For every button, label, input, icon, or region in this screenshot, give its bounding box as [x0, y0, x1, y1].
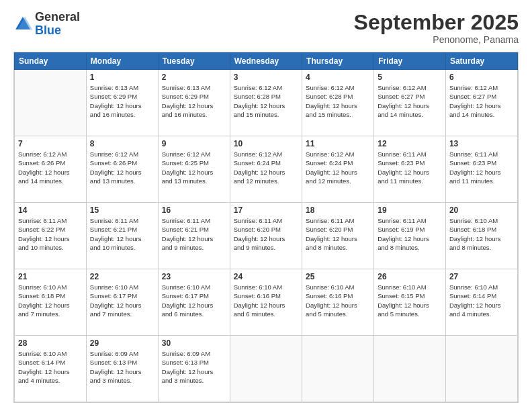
day-cell: 6Sunrise: 6:12 AMSunset: 6:27 PMDaylight…	[445, 70, 517, 136]
calendar-header: SundayMondayTuesdayWednesdayThursdayFrid…	[15, 53, 518, 70]
day-cell: 20Sunrise: 6:10 AMSunset: 6:18 PMDayligh…	[445, 203, 517, 269]
location: Penonome, Panama	[354, 34, 519, 45]
page: General Blue September 2025 Penonome, Pa…	[0, 0, 532, 411]
title-block: September 2025 Penonome, Panama	[354, 11, 519, 45]
day-cell: 1Sunrise: 6:13 AMSunset: 6:29 PMDaylight…	[86, 70, 158, 136]
logo-general: General	[35, 11, 80, 24]
day-number: 25	[306, 272, 370, 281]
day-number: 5	[378, 73, 442, 82]
day-info: Sunrise: 6:10 AMSunset: 6:16 PMDaylight:…	[234, 283, 298, 318]
day-cell: 11Sunrise: 6:12 AMSunset: 6:24 PMDayligh…	[302, 136, 374, 203]
day-cell	[374, 336, 446, 402]
logo: General Blue	[13, 11, 80, 38]
logo-icon	[13, 15, 32, 34]
day-info: Sunrise: 6:11 AMSunset: 6:20 PMDaylight:…	[234, 216, 298, 252]
day-info: Sunrise: 6:11 AMSunset: 6:23 PMDaylight:…	[378, 150, 442, 185]
day-info: Sunrise: 6:11 AMSunset: 6:20 PMDaylight:…	[306, 216, 370, 252]
day-cell	[445, 336, 517, 402]
day-cell: 17Sunrise: 6:11 AMSunset: 6:20 PMDayligh…	[230, 203, 302, 269]
day-cell: 23Sunrise: 6:10 AMSunset: 6:17 PMDayligh…	[158, 269, 230, 336]
month-title: September 2025	[354, 11, 519, 34]
calendar: SundayMondayTuesdayWednesdayThursdayFrid…	[13, 52, 519, 403]
day-info: Sunrise: 6:11 AMSunset: 6:21 PMDaylight:…	[90, 216, 154, 252]
weekday-header: Sunday	[15, 53, 87, 70]
day-cell: 27Sunrise: 6:10 AMSunset: 6:14 PMDayligh…	[445, 269, 517, 336]
day-number: 21	[18, 272, 83, 281]
day-cell: 8Sunrise: 6:12 AMSunset: 6:26 PMDaylight…	[86, 136, 158, 203]
day-number: 24	[234, 272, 298, 281]
day-info: Sunrise: 6:12 AMSunset: 6:27 PMDaylight:…	[449, 83, 514, 119]
weekday-header: Tuesday	[158, 53, 230, 70]
day-number: 4	[306, 73, 370, 82]
day-number: 17	[234, 205, 298, 215]
day-info: Sunrise: 6:10 AMSunset: 6:16 PMDaylight:…	[306, 283, 370, 318]
day-info: Sunrise: 6:12 AMSunset: 6:25 PMDaylight:…	[162, 150, 226, 185]
day-info: Sunrise: 6:11 AMSunset: 6:21 PMDaylight:…	[162, 216, 226, 252]
day-number: 30	[162, 338, 226, 348]
day-info: Sunrise: 6:12 AMSunset: 6:28 PMDaylight:…	[234, 83, 298, 119]
day-cell: 25Sunrise: 6:10 AMSunset: 6:16 PMDayligh…	[302, 269, 374, 336]
weekday-header: Wednesday	[230, 53, 302, 70]
day-info: Sunrise: 6:12 AMSunset: 6:24 PMDaylight:…	[306, 150, 370, 185]
day-cell: 7Sunrise: 6:12 AMSunset: 6:26 PMDaylight…	[15, 136, 87, 203]
day-number: 12	[378, 139, 442, 148]
day-number: 6	[449, 73, 514, 82]
logo-text: General Blue	[35, 11, 80, 38]
day-info: Sunrise: 6:10 AMSunset: 6:17 PMDaylight:…	[90, 283, 154, 318]
calendar-body: 1Sunrise: 6:13 AMSunset: 6:29 PMDaylight…	[15, 70, 518, 402]
day-number: 13	[449, 139, 514, 148]
day-cell: 28Sunrise: 6:10 AMSunset: 6:14 PMDayligh…	[15, 336, 87, 402]
day-cell	[15, 70, 87, 136]
day-info: Sunrise: 6:10 AMSunset: 6:17 PMDaylight:…	[162, 283, 226, 318]
day-cell: 13Sunrise: 6:11 AMSunset: 6:23 PMDayligh…	[445, 136, 517, 203]
day-info: Sunrise: 6:11 AMSunset: 6:23 PMDaylight:…	[449, 150, 514, 185]
day-cell: 5Sunrise: 6:12 AMSunset: 6:27 PMDaylight…	[374, 70, 446, 136]
day-number: 7	[18, 139, 83, 148]
weekday-header: Thursday	[302, 53, 374, 70]
day-cell: 16Sunrise: 6:11 AMSunset: 6:21 PMDayligh…	[158, 203, 230, 269]
day-info: Sunrise: 6:09 AMSunset: 6:13 PMDaylight:…	[162, 349, 226, 385]
day-cell: 26Sunrise: 6:10 AMSunset: 6:15 PMDayligh…	[374, 269, 446, 336]
day-number: 2	[162, 73, 226, 82]
day-number: 18	[306, 205, 370, 215]
day-cell: 4Sunrise: 6:12 AMSunset: 6:28 PMDaylight…	[302, 70, 374, 136]
day-number: 3	[234, 73, 298, 82]
day-info: Sunrise: 6:12 AMSunset: 6:28 PMDaylight:…	[306, 83, 370, 119]
day-cell: 29Sunrise: 6:09 AMSunset: 6:13 PMDayligh…	[86, 336, 158, 402]
day-info: Sunrise: 6:11 AMSunset: 6:19 PMDaylight:…	[378, 216, 442, 252]
day-cell: 24Sunrise: 6:10 AMSunset: 6:16 PMDayligh…	[230, 269, 302, 336]
day-number: 10	[234, 139, 298, 148]
header: General Blue September 2025 Penonome, Pa…	[13, 11, 519, 45]
day-info: Sunrise: 6:10 AMSunset: 6:18 PMDaylight:…	[18, 283, 83, 318]
logo-blue: Blue	[35, 24, 80, 38]
day-number: 29	[90, 338, 154, 348]
day-number: 28	[18, 338, 83, 348]
day-number: 19	[378, 205, 442, 215]
day-number: 16	[162, 205, 226, 215]
day-cell	[302, 336, 374, 402]
day-info: Sunrise: 6:10 AMSunset: 6:14 PMDaylight:…	[18, 349, 83, 385]
day-cell: 9Sunrise: 6:12 AMSunset: 6:25 PMDaylight…	[158, 136, 230, 203]
day-number: 11	[306, 139, 370, 148]
day-info: Sunrise: 6:12 AMSunset: 6:27 PMDaylight:…	[378, 83, 442, 119]
day-info: Sunrise: 6:10 AMSunset: 6:18 PMDaylight:…	[449, 216, 514, 252]
day-number: 26	[378, 272, 442, 281]
day-cell: 18Sunrise: 6:11 AMSunset: 6:20 PMDayligh…	[302, 203, 374, 269]
day-cell: 10Sunrise: 6:12 AMSunset: 6:24 PMDayligh…	[230, 136, 302, 203]
week-row: 14Sunrise: 6:11 AMSunset: 6:22 PMDayligh…	[15, 203, 518, 269]
day-info: Sunrise: 6:10 AMSunset: 6:14 PMDaylight:…	[449, 283, 514, 318]
day-number: 23	[162, 272, 226, 281]
week-row: 1Sunrise: 6:13 AMSunset: 6:29 PMDaylight…	[15, 70, 518, 136]
day-cell: 22Sunrise: 6:10 AMSunset: 6:17 PMDayligh…	[86, 269, 158, 336]
calendar-table: SundayMondayTuesdayWednesdayThursdayFrid…	[14, 52, 518, 402]
day-info: Sunrise: 6:12 AMSunset: 6:26 PMDaylight:…	[90, 150, 154, 185]
day-number: 22	[90, 272, 154, 281]
day-cell: 12Sunrise: 6:11 AMSunset: 6:23 PMDayligh…	[374, 136, 446, 203]
day-number: 14	[18, 205, 83, 215]
day-cell: 14Sunrise: 6:11 AMSunset: 6:22 PMDayligh…	[15, 203, 87, 269]
day-number: 20	[449, 205, 514, 215]
day-info: Sunrise: 6:09 AMSunset: 6:13 PMDaylight:…	[90, 349, 154, 385]
day-info: Sunrise: 6:12 AMSunset: 6:26 PMDaylight:…	[18, 150, 83, 185]
week-row: 28Sunrise: 6:10 AMSunset: 6:14 PMDayligh…	[15, 336, 518, 402]
day-cell: 2Sunrise: 6:13 AMSunset: 6:29 PMDaylight…	[158, 70, 230, 136]
